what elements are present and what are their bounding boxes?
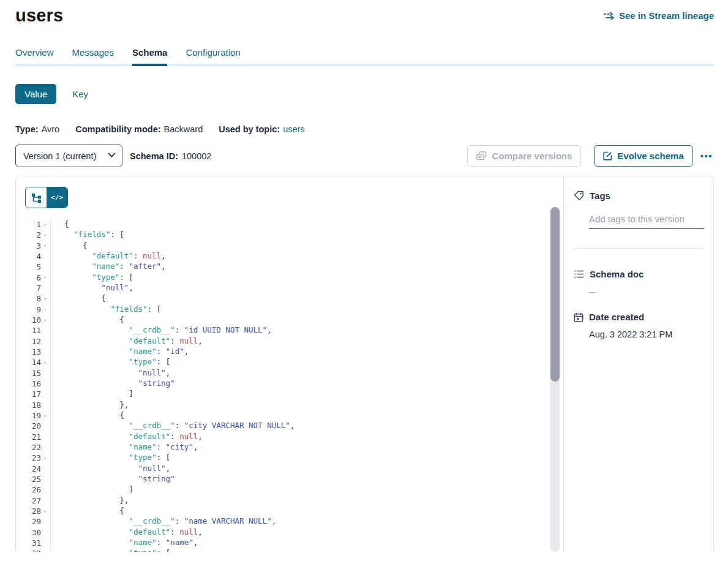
code-line: 9▾ "fields": [ (16, 304, 563, 315)
line-number: 22 (32, 443, 41, 452)
line-number: 24 (32, 464, 41, 473)
schema-controls: Version 1 (current) Schema ID: 100002 (15, 145, 714, 167)
tab-schema[interactable]: Schema (132, 47, 168, 64)
code-line: 13 "name": "id", (16, 347, 563, 357)
line-number: 4 (36, 252, 41, 261)
line-number: 14 (32, 358, 41, 367)
value-key-toggle: Value Key (15, 84, 714, 104)
line-number: 2 (36, 230, 41, 239)
line-number: 17 (32, 390, 41, 399)
line-number: 10 (32, 315, 41, 325)
tags-section: Tags (574, 190, 704, 249)
code-line: 5 "name": "after", (16, 262, 563, 272)
fold-arrow-icon[interactable]: ▾ (41, 508, 49, 514)
line-number: 28 (32, 506, 41, 516)
fold-arrow-icon[interactable]: ▾ (41, 317, 49, 323)
code-line: 6▾ "type": [ (16, 273, 563, 283)
tab-messages[interactable]: Messages (72, 47, 114, 64)
list-icon (574, 269, 584, 279)
code-line: 21 "default": null, (16, 432, 563, 442)
code-text: "name": "after", (51, 262, 166, 272)
code-text: "name": "id", (51, 347, 189, 357)
code-line: 20 "__crdb__": "city VARCHAR NOT NULL", (16, 421, 563, 431)
code-line: 25 "string" (16, 474, 563, 484)
schema-doc-value: -- (574, 287, 704, 297)
evolve-schema-button[interactable]: Evolve schema (594, 145, 692, 167)
code-text: ] (51, 484, 133, 495)
code-text: "__crdb__": "id UUID NOT NULL", (51, 325, 272, 336)
code-line: 30 "default": null, (16, 527, 563, 538)
fold-arrow-icon[interactable]: ▾ (41, 274, 49, 280)
compare-versions-label: Compare versions (492, 151, 572, 161)
editor-view-toggle: </> (25, 187, 68, 208)
tab-overview[interactable]: Overview (15, 47, 54, 64)
tab-configuration[interactable]: Configuration (186, 47, 240, 64)
code-line: 15 "null", (16, 368, 563, 378)
line-number: 23 (32, 453, 41, 462)
fold-arrow-icon[interactable]: ▾ (41, 360, 49, 366)
used-by-topic-label: Used by topic: (219, 124, 280, 134)
tab-bar: Overview Messages Schema Configuration (15, 47, 714, 64)
code-line: 23▾ "type": [ (16, 453, 563, 463)
tag-icon (574, 190, 584, 201)
type-label: Type: (15, 124, 39, 134)
code-line: 19▾ { (16, 410, 563, 421)
key-toggle-button[interactable]: Key (72, 89, 88, 99)
code-text: "string" (51, 474, 175, 484)
code-line: 31 "name": "name", (16, 538, 563, 548)
line-number: 25 (32, 475, 41, 484)
version-select[interactable]: Version 1 (current) (15, 145, 122, 167)
fold-arrow-icon[interactable]: ▾ (41, 551, 49, 552)
value-toggle-button[interactable]: Value (15, 84, 56, 104)
stream-lineage-link[interactable]: See in Stream lineage (603, 10, 714, 21)
compatibility-value: Backward (164, 124, 203, 134)
code-line: 18 }, (16, 400, 563, 410)
code-line: 7 "null", (16, 283, 563, 293)
schema-id-label: Schema ID: (130, 151, 178, 161)
schema-meta: Type: Avro Compatibility mode: Backward … (15, 124, 714, 134)
line-number: 29 (32, 517, 41, 526)
code-text: { (51, 219, 69, 230)
line-number: 27 (32, 496, 41, 505)
compare-versions-button[interactable]: Compare versions (467, 145, 581, 167)
line-number: 5 (36, 262, 41, 271)
add-tags-input[interactable] (589, 211, 704, 229)
code-line: 24 "null", (16, 464, 563, 474)
fold-arrow-icon[interactable]: ▾ (41, 296, 49, 302)
code-line: 14▾ "type": [ (16, 357, 563, 367)
code-line: 3▾ { (16, 241, 563, 251)
fold-arrow-icon[interactable]: ▾ (41, 455, 49, 461)
scrollbar-thumb[interactable] (550, 207, 560, 382)
code-line: 22 "name": "city", (16, 442, 563, 453)
fold-arrow-icon[interactable]: ▾ (41, 306, 49, 312)
topic-link[interactable]: users (283, 124, 304, 134)
line-number: 3 (36, 241, 41, 250)
code-view-button[interactable]: </> (47, 187, 67, 208)
code-text: "null", (51, 283, 133, 293)
line-number: 11 (32, 326, 41, 335)
code-text: { (51, 410, 124, 421)
schema-sidebar: Tags Schema doc -- (564, 176, 713, 552)
code-text: "default": null, (51, 432, 203, 442)
code-line: 8▾ { (16, 293, 563, 304)
code-text: "type": [ (51, 273, 133, 283)
sidebar-divider (574, 248, 704, 249)
more-options-button[interactable]: ••• (699, 148, 714, 164)
tree-view-button[interactable] (26, 187, 47, 208)
code-view-icon: </> (51, 194, 63, 201)
code-line: 12 "default": null, (16, 336, 563, 347)
scrollbar-track[interactable] (550, 207, 560, 552)
code-line: 16 "string" (16, 378, 563, 389)
code-line: 1▾{ (16, 219, 563, 230)
fold-arrow-icon[interactable]: ▾ (41, 232, 49, 238)
line-number: 32 (32, 549, 41, 552)
date-created-value: Aug. 3 2022 3:21 PM (574, 329, 704, 339)
code-text: "__crdb__": "name VARCHAR NULL", (51, 516, 276, 527)
code-text: "type": [ (51, 453, 170, 463)
code-lines: 1▾{2▾ "fields": [3▾ {4 "default": null,5… (16, 219, 563, 552)
fold-arrow-icon[interactable]: ▾ (41, 222, 49, 228)
fold-arrow-icon[interactable]: ▾ (41, 413, 49, 419)
code-line: 27 }, (16, 495, 563, 506)
fold-arrow-icon[interactable]: ▾ (41, 243, 49, 249)
line-number: 1 (36, 220, 41, 229)
